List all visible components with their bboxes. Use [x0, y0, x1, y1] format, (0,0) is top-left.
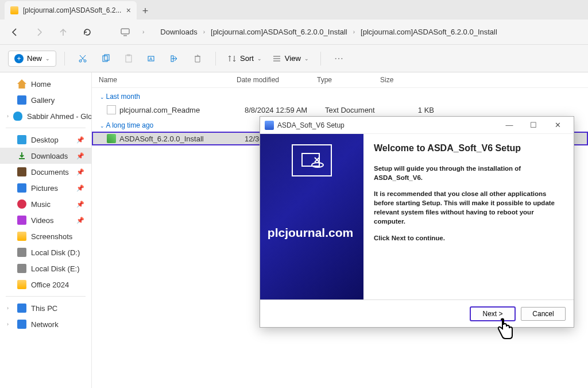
col-size[interactable]: Size: [380, 76, 426, 84]
dialog-text-1: Setup will guide you through the install…: [374, 164, 563, 182]
toolbar-separator: [215, 52, 216, 66]
sidebar-item-onedrive[interactable]: ›Sabbir Ahmed - Glo: [0, 108, 91, 124]
toolbar-separator: [64, 52, 65, 66]
paste-icon[interactable]: [119, 49, 138, 68]
pictures-icon: [17, 183, 26, 193]
cancel-button[interactable]: Cancel: [521, 307, 566, 321]
file-name: ASDASoft_6.2.0.0_Install: [119, 135, 245, 143]
desktop-icon: [17, 135, 26, 144]
dialog-footer: Next > Cancel: [260, 299, 574, 327]
network-icon: [17, 320, 26, 329]
breadcrumb: Downloads › [plcjournal.com]ASDASoft_6.2…: [160, 28, 497, 36]
col-name[interactable]: Name: [99, 76, 237, 84]
folder-icon: [17, 232, 26, 241]
sort-dropdown[interactable]: Sort ⌄: [224, 54, 265, 63]
sidebar-item-disk-d[interactable]: Local Disk (D:): [0, 244, 91, 260]
sidebar-item-label: Local Disk (D:): [31, 248, 80, 257]
group-label: Last month: [106, 93, 140, 101]
pin-icon: 📌: [76, 185, 84, 192]
chevron-right-icon: ›: [353, 29, 355, 35]
installer-dialog: ASDA_Soft_V6 Setup — ☐ ✕ plcjournal.com …: [260, 116, 574, 328]
copy-icon[interactable]: [96, 49, 115, 68]
dialog-titlebar[interactable]: ASDA_Soft_V6 Setup — ☐ ✕: [260, 117, 574, 134]
watermark-text: plcjournal.com: [257, 226, 363, 240]
new-tab-button[interactable]: +: [137, 2, 154, 20]
sidebar-item-label: Sabbir Ahmed - Glo: [27, 112, 92, 121]
breadcrumb-sep-icon: ›: [142, 29, 144, 35]
sidebar-item-downloads[interactable]: Downloads📌: [0, 148, 91, 164]
svg-rect-0: [121, 29, 129, 34]
minimize-button[interactable]: —: [498, 119, 521, 132]
folder-icon: [10, 6, 18, 14]
sidebar-item-label: Office 2024: [31, 281, 69, 289]
next-button[interactable]: Next >: [470, 307, 515, 321]
sidebar-item-label: This PC: [31, 304, 57, 313]
sidebar-item-home[interactable]: Home: [0, 76, 91, 92]
pc-icon: [17, 304, 26, 313]
dialog-text-3: Click Next to continue.: [374, 233, 563, 243]
dialog-title: ASDA_Soft_V6 Setup: [277, 121, 345, 129]
share-icon[interactable]: [165, 49, 184, 68]
svg-rect-5: [126, 55, 131, 62]
chevron-right-icon[interactable]: ›: [7, 113, 9, 119]
close-button[interactable]: ✕: [546, 119, 569, 132]
cloud-icon: [13, 112, 22, 121]
sidebar-item-videos[interactable]: Videos📌: [0, 212, 91, 228]
col-date[interactable]: Date modified: [237, 76, 317, 84]
sidebar-item-documents[interactable]: Documents📌: [0, 164, 91, 180]
sidebar-item-label: Pictures: [31, 184, 58, 193]
sidebar: Home Gallery ›Sabbir Ahmed - Glo Desktop…: [0, 72, 92, 388]
sidebar-item-gallery[interactable]: Gallery: [0, 92, 91, 108]
sidebar-item-pictures[interactable]: Pictures📌: [0, 180, 91, 196]
setup-graphic-icon: [292, 144, 332, 176]
sidebar-item-disk-e[interactable]: Local Disk (E:): [0, 260, 91, 276]
pin-icon: 📌: [76, 217, 84, 224]
maximize-button[interactable]: ☐: [522, 119, 545, 132]
breadcrumb-folder-1[interactable]: [plcjournal.com]ASDASoft_6.2.0.0_Install: [211, 28, 347, 36]
sidebar-item-desktop[interactable]: Desktop📌: [0, 132, 91, 148]
up-button[interactable]: [56, 25, 70, 39]
refresh-button[interactable]: [80, 25, 94, 39]
breadcrumb-folder-2[interactable]: [plcjournal.com]ASDASoft_6.2.0.0_Install: [361, 28, 497, 36]
monitor-icon[interactable]: [118, 25, 132, 39]
dialog-text-2: It is recommended that you close all oth…: [374, 189, 563, 226]
pin-icon: 📌: [76, 136, 84, 144]
gallery-icon: [17, 95, 26, 105]
rename-icon[interactable]: A: [142, 49, 161, 68]
file-type: Text Document: [325, 106, 388, 114]
sort-label: Sort: [240, 54, 254, 63]
forward-button[interactable]: [32, 25, 46, 39]
sidebar-item-label: Videos: [31, 216, 54, 225]
cut-icon[interactable]: [73, 49, 92, 68]
disk-icon: [17, 248, 26, 257]
more-icon[interactable]: ⋯: [329, 49, 349, 68]
chevron-right-icon[interactable]: ›: [7, 305, 13, 311]
sidebar-item-label: Screenshots: [31, 232, 72, 241]
pin-icon: 📌: [76, 168, 84, 176]
col-type[interactable]: Type: [317, 76, 380, 84]
sidebar-item-screenshots[interactable]: Screenshots: [0, 228, 91, 244]
browser-tab[interactable]: [plcjournal.com]ASDASoft_6.2... ×: [5, 1, 137, 20]
sidebar-item-music[interactable]: Music📌: [0, 196, 91, 212]
group-last-month[interactable]: ⌄ Last month: [92, 88, 588, 103]
nav-bar: › Downloads › [plcjournal.com]ASDASoft_6…: [0, 20, 588, 45]
file-size: 1 KB: [388, 106, 434, 114]
sidebar-item-label: Documents: [31, 168, 69, 176]
sidebar-item-label: Gallery: [31, 96, 55, 105]
sidebar-item-thispc[interactable]: ›This PC: [0, 300, 91, 316]
breadcrumb-downloads[interactable]: Downloads: [160, 28, 197, 36]
delete-icon[interactable]: [188, 49, 207, 68]
file-row-readme[interactable]: plcjournal.com_Readme 8/8/2024 12:59 AM …: [92, 103, 588, 117]
view-dropdown[interactable]: View ⌄: [269, 54, 312, 63]
close-tab-icon[interactable]: ×: [126, 6, 131, 15]
chevron-right-icon[interactable]: ›: [7, 321, 13, 327]
back-button[interactable]: [8, 25, 22, 39]
pin-icon: 📌: [76, 201, 84, 208]
new-button[interactable]: + New ⌄: [8, 51, 56, 67]
sidebar-item-office[interactable]: Office 2024: [0, 276, 91, 293]
sidebar-item-network[interactable]: ›Network: [0, 316, 91, 332]
sidebar-item-label: Local Disk (E:): [31, 264, 80, 273]
svg-text:A: A: [149, 56, 153, 62]
text-file-icon: [107, 105, 116, 114]
disk-icon: [17, 264, 26, 273]
